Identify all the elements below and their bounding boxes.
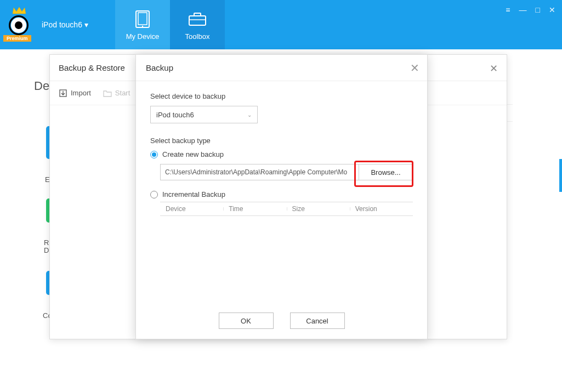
svg-point-2 [142, 25, 143, 26]
backup-modal-header: Backup ✕ [136, 55, 427, 81]
minimize-button[interactable]: — [519, 5, 527, 14]
logo-area: Premium iPod touch6 ▾ [0, 0, 115, 49]
import-label: Import [71, 89, 91, 97]
radio-label: Incremental Backup [162, 190, 225, 198]
close-icon[interactable]: ✕ [410, 61, 419, 75]
svg-rect-4 [194, 13, 201, 16]
radio-icon [150, 191, 158, 198]
radio-label: Create new backup [162, 150, 224, 158]
backup-path-row: Browse... [160, 164, 413, 180]
folder-icon [103, 89, 112, 97]
nav-toolbox[interactable]: Toolbox [170, 0, 225, 49]
backup-path-input[interactable] [160, 164, 359, 180]
backup-modal-title: Backup [146, 63, 173, 72]
toolbox-icon [188, 9, 207, 29]
device-dropdown-value: iPod touch6 [156, 111, 194, 119]
chevron-down-icon: ⌄ [247, 112, 252, 118]
device-selector[interactable]: iPod touch6 ▾ [42, 20, 88, 29]
close-icon[interactable]: ✕ [490, 63, 498, 75]
col-version: Version [350, 205, 413, 213]
incremental-table-header: Device Time Size Version [160, 202, 413, 216]
device-dropdown[interactable]: iPod touch6 ⌄ [150, 106, 258, 123]
modal-title: Backup & Restore [59, 63, 125, 72]
select-type-label: Select backup type [150, 137, 413, 145]
app-logo: Premium [5, 11, 33, 38]
select-device-label: Select device to backup [150, 92, 413, 100]
browse-button[interactable]: Browse... [359, 164, 413, 180]
col-device: Device [160, 205, 223, 213]
chevron-down-icon: ▾ [84, 20, 88, 29]
nav-label: My Device [126, 32, 160, 41]
import-button[interactable]: Import [59, 89, 91, 98]
radio-icon [150, 151, 158, 158]
svg-rect-3 [189, 16, 206, 25]
dialog-footer: OK Cancel [136, 313, 427, 329]
backup-modal-body: Select device to backup iPod touch6 ⌄ Se… [136, 81, 427, 221]
premium-badge: Premium [3, 35, 31, 42]
start-button: Start [103, 89, 130, 97]
nav-label: Toolbox [185, 32, 210, 41]
col-size: Size [287, 205, 350, 213]
start-label: Start [115, 89, 130, 97]
page-title-fragment: De [34, 79, 49, 93]
app-titlebar: Premium iPod touch6 ▾ My Device Toolbox … [0, 0, 562, 49]
backup-modal: Backup ✕ Select device to backup iPod to… [135, 54, 428, 339]
crown-icon [12, 7, 26, 14]
radio-incremental[interactable]: Incremental Backup [150, 190, 413, 198]
window-controls: ≡ — □ ✕ [506, 5, 555, 14]
col-time: Time [223, 205, 286, 213]
device-name: iPod touch6 [42, 20, 82, 29]
menu-icon[interactable]: ≡ [506, 5, 510, 14]
import-icon [59, 89, 67, 98]
maximize-button[interactable]: □ [536, 5, 540, 14]
tablet-icon [133, 9, 152, 29]
ok-button[interactable]: OK [219, 313, 274, 329]
radio-create-new[interactable]: Create new backup [150, 150, 413, 158]
cancel-button[interactable]: Cancel [290, 313, 345, 329]
close-button[interactable]: ✕ [549, 5, 555, 14]
nav-my-device[interactable]: My Device [115, 0, 170, 49]
right-edge-accent [559, 159, 562, 192]
svg-rect-1 [138, 13, 147, 25]
